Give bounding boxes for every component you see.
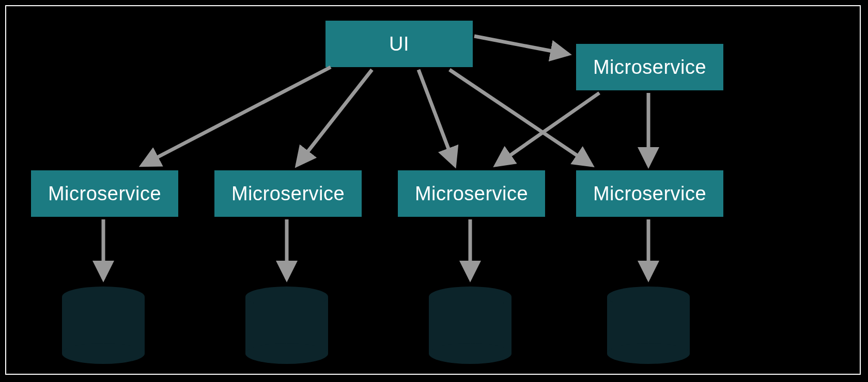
microservice-3-label: Microservice — [415, 183, 528, 205]
microservice-1-label: Microservice — [48, 183, 161, 205]
database-1 — [62, 286, 145, 364]
microservice-1-box: Microservice — [31, 170, 178, 217]
microservice-3-box: Microservice — [398, 170, 545, 217]
microservice-4-box: Microservice — [576, 170, 723, 217]
database-3 — [429, 286, 512, 364]
microservice-top-label: Microservice — [593, 56, 706, 78]
ui-label: UI — [389, 33, 409, 55]
microservice-top-box: Microservice — [576, 44, 723, 90]
microservice-2-label: Microservice — [231, 183, 345, 205]
microservice-2-box: Microservice — [214, 170, 362, 217]
database-4 — [607, 286, 690, 364]
ui-box: UI — [326, 21, 473, 67]
database-2 — [245, 286, 328, 364]
microservice-4-label: Microservice — [593, 183, 706, 205]
